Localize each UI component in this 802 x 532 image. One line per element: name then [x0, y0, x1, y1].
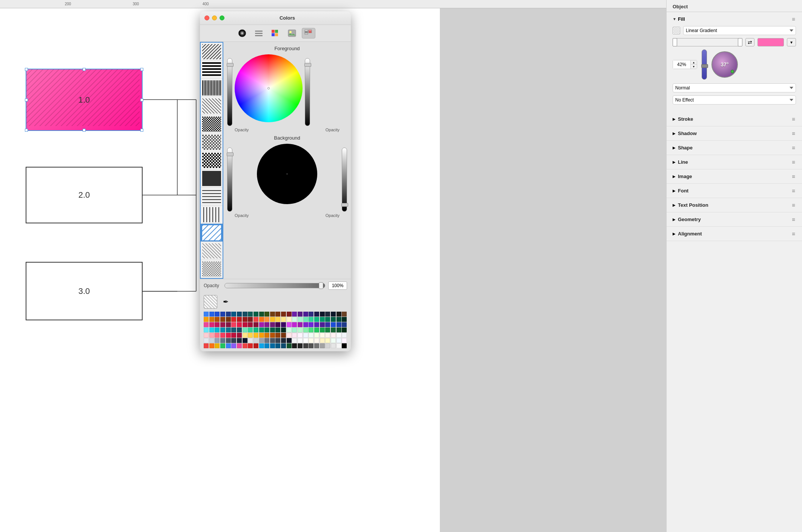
swatch-cell[interactable]	[254, 333, 258, 338]
image-section[interactable]: ▶ Image ≡	[667, 169, 802, 184]
mode-pencil[interactable]	[302, 28, 315, 38]
swatch-cell[interactable]	[220, 312, 225, 317]
swatch-cell[interactable]	[248, 333, 253, 338]
swatch-cell[interactable]	[281, 312, 286, 317]
handle-tr[interactable]	[140, 68, 143, 71]
swatch-cell[interactable]	[209, 317, 214, 322]
geometry-section[interactable]: ▶ Geometry ≡	[667, 212, 802, 227]
swatch-cell[interactable]	[220, 343, 225, 348]
swatch-cell[interactable]	[287, 312, 292, 317]
swatch-cell[interactable]	[204, 333, 209, 338]
swatch-cell[interactable]	[220, 317, 225, 322]
swatch-cell[interactable]	[331, 322, 336, 327]
background-circle[interactable]	[257, 144, 317, 204]
swatch-cell[interactable]	[298, 343, 303, 348]
swatch-cell[interactable]	[204, 317, 209, 322]
swatch-cell[interactable]	[336, 312, 341, 317]
swatch-cell[interactable]	[275, 333, 280, 338]
swatch-cell[interactable]	[259, 338, 264, 343]
swatch-cell[interactable]	[215, 312, 220, 317]
swatch-cell[interactable]	[264, 317, 269, 322]
minimize-button[interactable]	[212, 15, 217, 20]
gradient-stop-bar[interactable]	[673, 38, 742, 46]
swatch-cell[interactable]	[342, 338, 347, 343]
swatch-cell[interactable]	[231, 333, 236, 338]
stroke-menu[interactable]: ≡	[792, 116, 796, 122]
swatch-cell[interactable]	[309, 317, 313, 322]
swatch-cell[interactable]	[281, 343, 286, 348]
swatch-cell[interactable]	[209, 333, 214, 338]
swatch-cell[interactable]	[259, 343, 264, 348]
swatch-cell[interactable]	[331, 317, 336, 322]
swatch-cell[interactable]	[336, 343, 341, 348]
gradient-stop-right[interactable]	[738, 38, 742, 46]
swatch-cell[interactable]	[231, 338, 236, 343]
swatch-cell[interactable]	[275, 317, 280, 322]
swatch-cell[interactable]	[303, 312, 308, 317]
swatch-cell[interactable]	[243, 317, 247, 322]
swatch-cell[interactable]	[215, 333, 220, 338]
pattern-item-1[interactable]	[201, 43, 223, 61]
swatch-cell[interactable]	[336, 333, 341, 338]
swatch-cell[interactable]	[309, 322, 313, 327]
swatch-cell[interactable]	[226, 312, 231, 317]
fill-menu-icon[interactable]: ≡	[792, 16, 796, 22]
swatch-cell[interactable]	[231, 343, 236, 348]
swatch-cell[interactable]	[254, 312, 258, 317]
fill-type-select[interactable]: Linear Gradient	[683, 26, 796, 35]
swatch-cell[interactable]	[325, 343, 330, 348]
swatch-cell[interactable]	[331, 338, 336, 343]
mode-wheel[interactable]	[235, 28, 249, 38]
swatch-cell[interactable]	[215, 343, 220, 348]
stepper-up[interactable]: ▲	[691, 60, 697, 65]
handle-tm[interactable]	[83, 68, 86, 71]
swatch-cell[interactable]	[342, 328, 347, 332]
swatch-cell[interactable]	[220, 333, 225, 338]
swatch-cell[interactable]	[325, 338, 330, 343]
node-3[interactable]: 3.0	[26, 262, 143, 320]
swatch-cell[interactable]	[292, 312, 297, 317]
pattern-item-6[interactable]	[201, 133, 223, 151]
current-swatch[interactable]	[204, 295, 217, 309]
swatch-cell[interactable]	[226, 333, 231, 338]
vertical-gradient-slider[interactable]	[702, 49, 707, 80]
swatch-cell[interactable]	[270, 343, 275, 348]
swatch-cell[interactable]	[298, 322, 303, 327]
swatch-cell[interactable]	[275, 343, 280, 348]
swatch-cell[interactable]	[292, 333, 297, 338]
swatch-cell[interactable]	[231, 317, 236, 322]
shadow-section[interactable]: ▶ Shadow ≡	[667, 126, 802, 141]
swatch-cell[interactable]	[237, 317, 242, 322]
swap-button[interactable]: ⇄	[745, 38, 754, 46]
swatch-cell[interactable]	[320, 343, 325, 348]
swatch-cell[interactable]	[237, 333, 242, 338]
line-menu[interactable]: ≡	[792, 159, 796, 165]
swatch-cell[interactable]	[309, 312, 313, 317]
swatch-cell[interactable]	[331, 343, 336, 348]
swatch-cell[interactable]	[314, 333, 319, 338]
swatch-cell[interactable]	[275, 338, 280, 343]
opacity-thumb-right[interactable]	[304, 63, 311, 67]
swatch-cell[interactable]	[231, 322, 236, 327]
opacity-slider-right[interactable]	[305, 54, 310, 126]
swatch-cell[interactable]	[259, 328, 264, 332]
font-section[interactable]: ▶ Font ≡	[667, 184, 802, 198]
swatch-cell[interactable]	[215, 317, 220, 322]
swatch-cell[interactable]	[264, 312, 269, 317]
close-button[interactable]	[204, 15, 209, 20]
stepper-down[interactable]: ▼	[691, 65, 697, 69]
swatch-cell[interactable]	[325, 333, 330, 338]
swatch-cell[interactable]	[342, 322, 347, 327]
swatch-cell[interactable]	[336, 338, 341, 343]
swatch-cell[interactable]	[303, 328, 308, 332]
swatch-cell[interactable]	[331, 312, 336, 317]
swatch-cell[interactable]	[331, 333, 336, 338]
pattern-item-13[interactable]	[201, 260, 223, 278]
swatch-cell[interactable]	[292, 328, 297, 332]
swatch-cell[interactable]	[303, 338, 308, 343]
bg-slider-right-thumb[interactable]	[341, 203, 348, 207]
swatch-cell[interactable]	[320, 312, 325, 317]
swatch-cell[interactable]	[243, 322, 247, 327]
swatch-cell[interactable]	[331, 328, 336, 332]
maximize-button[interactable]	[220, 15, 224, 20]
